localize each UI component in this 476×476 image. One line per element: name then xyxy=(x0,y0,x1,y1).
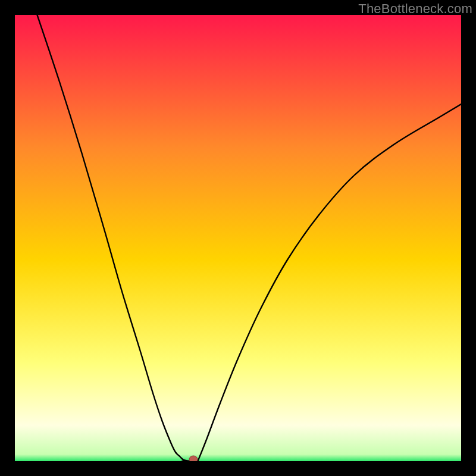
plot-area xyxy=(15,15,461,461)
gradient-background xyxy=(15,15,461,461)
minimum-marker xyxy=(189,456,198,461)
chart-svg xyxy=(15,15,461,461)
chart-frame: TheBottleneck.com xyxy=(0,0,476,476)
watermark-text: TheBottleneck.com xyxy=(358,1,472,17)
